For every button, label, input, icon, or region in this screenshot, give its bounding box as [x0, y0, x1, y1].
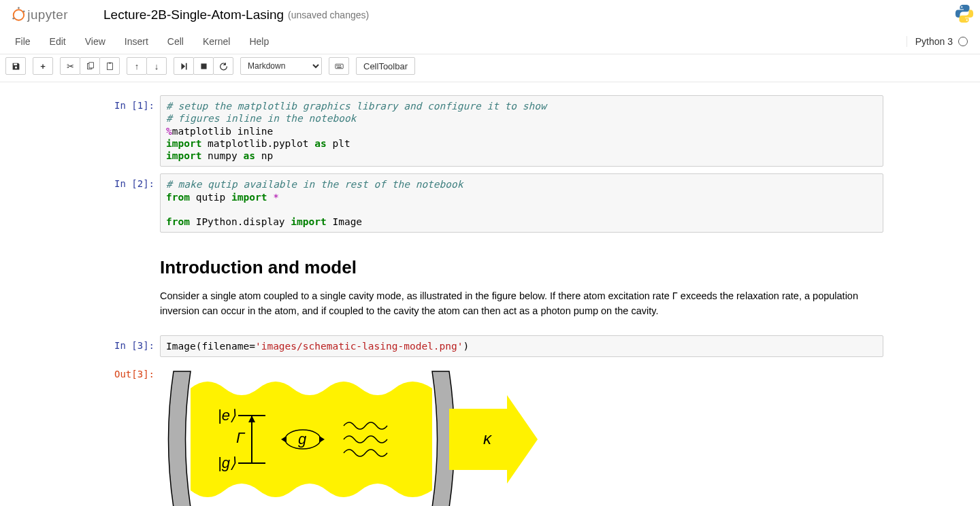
- code-token: as: [314, 138, 326, 149]
- menu-insert[interactable]: Insert: [115, 29, 158, 54]
- svg-rect-14: [337, 67, 342, 67]
- section-paragraph: Consider a single atom coupled to a sing…: [160, 289, 883, 319]
- kernel-status-icon: [958, 37, 968, 46]
- code-cell[interactable]: In [3]: Image(filename='images/schematic…: [88, 333, 892, 359]
- svg-text:|g⟩: |g⟩: [218, 454, 236, 471]
- code-token: 'images/schematic-lasing-model.png': [255, 341, 463, 352]
- empty-prompt: [88, 239, 160, 328]
- code-token: as: [244, 150, 255, 161]
- celltoolbar-button[interactable]: CellToolbar: [356, 57, 415, 75]
- move-down-button[interactable]: ↓: [146, 57, 167, 75]
- schematic-image: |e⟩ |g⟩ Γ g: [160, 368, 883, 506]
- svg-rect-8: [108, 62, 110, 63]
- cut-button[interactable]: ✂: [60, 57, 80, 75]
- step-forward-icon: [180, 62, 189, 71]
- output-prompt: Out[3]:: [88, 364, 160, 506]
- code-token: from: [166, 216, 190, 227]
- copy-icon: [86, 62, 95, 71]
- code-token: *: [267, 192, 278, 203]
- code-input[interactable]: # make qutip available in the rest of th…: [160, 173, 883, 233]
- svg-text:|e⟩: |e⟩: [218, 407, 236, 424]
- command-palette-button[interactable]: [329, 57, 349, 75]
- code-token: # figures inline in the notebook: [166, 113, 356, 124]
- notebook-container: In [1]: # setup the matplotlib graphics …: [0, 82, 980, 506]
- input-prompt: In [2]:: [88, 173, 160, 233]
- code-token: # setup the matplotlib graphics library …: [166, 101, 546, 112]
- svg-rect-13: [340, 65, 341, 65]
- keyboard-icon: [335, 62, 344, 71]
- section-heading: Introduction and model: [160, 257, 883, 278]
- code-token: matplotlib.pyplot: [201, 138, 314, 149]
- code-token: ): [463, 341, 470, 352]
- code-token: import: [166, 150, 201, 161]
- markdown-cell[interactable]: Introduction and model Consider a single…: [88, 237, 892, 331]
- save-button[interactable]: [5, 57, 26, 75]
- code-token: %: [166, 126, 172, 137]
- paste-button[interactable]: [99, 57, 120, 75]
- kernel-name: Python 3: [915, 36, 953, 47]
- code-token: np: [255, 150, 273, 161]
- code-token: plt: [327, 138, 350, 149]
- code-token: matplotlib inline: [172, 126, 273, 137]
- interrupt-button[interactable]: [193, 57, 214, 75]
- add-cell-button[interactable]: +: [33, 57, 53, 75]
- move-up-button[interactable]: ↑: [127, 57, 147, 75]
- menu-view[interactable]: View: [76, 29, 115, 54]
- app-header: jupyter Lecture-2B-Single-Atom-Lasing (u…: [0, 0, 980, 82]
- svg-rect-12: [338, 65, 339, 65]
- code-cell[interactable]: In [2]: # make qutip available in the re…: [88, 171, 892, 235]
- python-logo-icon: [954, 3, 975, 26]
- code-token: # make qutip available in the rest of th…: [166, 179, 463, 190]
- menu-edit[interactable]: Edit: [40, 29, 76, 54]
- toolbar: + ✂ ↑ ↓: [0, 54, 980, 82]
- code-cell[interactable]: In [1]: # setup the matplotlib graphics …: [88, 93, 892, 169]
- code-token: Image: [327, 216, 362, 227]
- arrow-down-icon: ↓: [154, 61, 159, 71]
- stop-icon: [199, 62, 208, 71]
- svg-rect-7: [107, 63, 112, 69]
- notebook-status: (unsaved changes): [288, 10, 369, 20]
- restart-icon: [219, 62, 228, 71]
- menubar: File Edit View Insert Cell Kernel Help P…: [0, 29, 980, 54]
- notebook: In [1]: # setup the matplotlib graphics …: [88, 82, 892, 506]
- arrow-up-icon: ↑: [135, 61, 140, 71]
- input-prompt: In [3]:: [88, 335, 160, 357]
- svg-text:jupyter: jupyter: [27, 7, 68, 22]
- paste-icon: [105, 62, 114, 71]
- scissors-icon: ✂: [67, 61, 74, 71]
- restart-button[interactable]: [213, 57, 233, 75]
- code-token: from: [166, 192, 190, 203]
- menu-kernel[interactable]: Kernel: [193, 29, 240, 54]
- code-input[interactable]: # setup the matplotlib graphics library …: [160, 95, 883, 167]
- run-button[interactable]: [174, 57, 194, 75]
- celltype-select[interactable]: Markdown: [240, 57, 322, 75]
- svg-rect-11: [336, 65, 338, 65]
- notebook-title[interactable]: Lecture-2B-Single-Atom-Lasing: [103, 7, 284, 22]
- input-prompt: In [1]:: [88, 95, 160, 167]
- svg-text:g: g: [298, 431, 307, 448]
- svg-point-0: [14, 10, 24, 20]
- copy-button[interactable]: [80, 57, 100, 75]
- jupyter-logo[interactable]: jupyter: [12, 5, 94, 24]
- output-cell: Out[3]:: [88, 362, 892, 506]
- menu-file[interactable]: File: [5, 29, 40, 54]
- menu-cell[interactable]: Cell: [158, 29, 193, 54]
- code-token: import: [291, 216, 326, 227]
- svg-rect-6: [88, 62, 93, 67]
- code-input[interactable]: Image(filename='images/schematic-lasing-…: [160, 335, 883, 357]
- code-token: Image(filename=: [166, 341, 255, 352]
- svg-point-3: [12, 17, 14, 19]
- code-token: numpy: [201, 150, 243, 161]
- svg-text:κ: κ: [483, 429, 493, 448]
- menu-help[interactable]: Help: [240, 29, 278, 54]
- svg-point-1: [18, 7, 20, 9]
- code-token: qutip: [190, 192, 231, 203]
- code-token: IPython.display: [190, 216, 291, 227]
- header-row: jupyter Lecture-2B-Single-Atom-Lasing (u…: [0, 0, 980, 29]
- code-token: import: [231, 192, 267, 203]
- svg-text:Γ: Γ: [236, 429, 246, 446]
- code-token: import: [166, 138, 201, 149]
- menus: File Edit View Insert Cell Kernel Help: [5, 29, 278, 54]
- svg-rect-9: [201, 63, 206, 69]
- svg-rect-10: [335, 64, 342, 69]
